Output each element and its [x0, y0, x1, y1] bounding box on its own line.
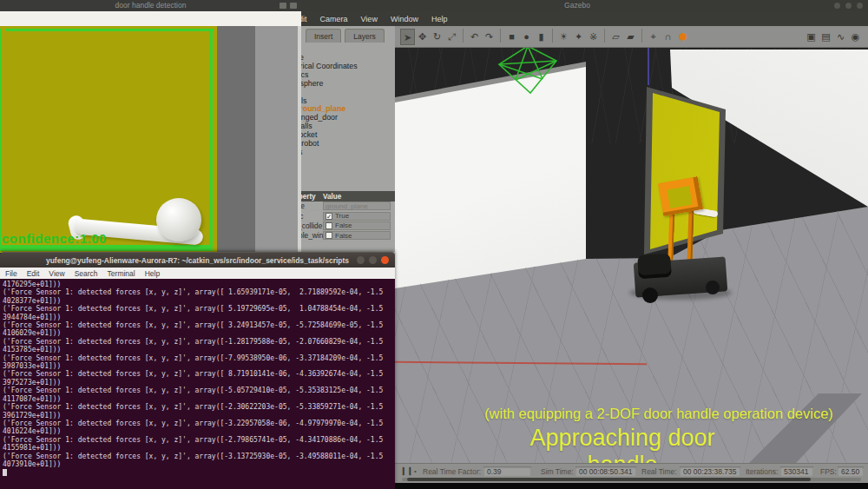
maximize-icon[interactable] [845, 3, 852, 9]
scale-icon[interactable]: ⤢ [444, 29, 459, 45]
gazebo-panel-tabs: InsertLayers [306, 29, 385, 43]
toolbar-separator [500, 29, 501, 43]
terminal-line: 4117087e+01])) [3, 395, 395, 403]
terminal-output[interactable]: 4176295e+01]))('Force Sensor 1: detected… [0, 279, 395, 489]
terminal-line: 4106029e+01])) [3, 329, 395, 337]
toolbar-separator [604, 29, 605, 43]
sim-time-label: Sim Time: [541, 467, 574, 476]
property-value: ground_plane [323, 202, 391, 210]
terminal-menu-help[interactable]: Help [145, 269, 160, 278]
terminal-line: 3961729e+01])) [3, 412, 395, 420]
pause-button[interactable]: ❙❙ [400, 466, 413, 475]
camera-wall-highlight [298, 26, 301, 253]
checkbox-icon[interactable] [326, 222, 332, 229]
overlay-caption-device: (with equipping a 2-DOF door handle oper… [480, 406, 838, 422]
joint-icon[interactable]: ⬢ [675, 29, 690, 45]
close-icon[interactable] [857, 3, 863, 9]
camera-window-title: door handle detection [115, 1, 187, 10]
terminal-line: 4155981e+01])) [3, 444, 395, 452]
point-light-icon[interactable]: ☀ [556, 29, 571, 45]
real-time-value: 00 00:23:38.735 [680, 466, 740, 476]
checkbox-icon[interactable] [326, 232, 332, 239]
terminal-line: 4073910e+01])) [3, 460, 395, 468]
screenshot-icon[interactable]: ▣ [804, 29, 819, 45]
close-icon[interactable] [290, 3, 297, 9]
plot-icon[interactable]: ∿ [833, 29, 848, 45]
record-icon[interactable]: ◉ [848, 29, 863, 45]
terminal-line: 3987033e+01])) [3, 362, 395, 370]
fps-value: 62.50 [838, 466, 864, 476]
tab-layers[interactable]: Layers [345, 29, 385, 43]
property-value: False [323, 221, 391, 230]
minimize-icon[interactable] [279, 3, 286, 9]
mobile-robot[interactable] [629, 178, 742, 313]
rtf-label: Real Time Factor: [423, 467, 481, 476]
camera-window-titlebar[interactable]: door handle detection [0, 0, 301, 11]
statusbar-scroll-track [402, 478, 861, 481]
redo-icon[interactable]: ↷ [482, 29, 496, 45]
gazebo-window-title: Gazebo [564, 1, 590, 10]
terminal-menu-file[interactable]: File [5, 269, 17, 278]
terminal-menu-terminal[interactable]: Terminal [108, 269, 135, 278]
minimize-icon[interactable] [357, 256, 365, 264]
snap-icon[interactable]: ∩ [661, 29, 675, 45]
select-cursor-icon[interactable]: ➤ [400, 29, 415, 45]
property-value: ✓True [323, 212, 391, 221]
gazebo-3d-viewport[interactable]: (with equipping a 2-DOF door handle oper… [395, 48, 868, 463]
menu-item-help[interactable]: Help [431, 15, 448, 23]
menu-item-window[interactable]: Window [391, 15, 418, 23]
statusbar-scroll-thumb[interactable] [407, 478, 811, 481]
close-icon[interactable] [381, 256, 389, 264]
door-handle-detection-window: door handle detection confidence:1.00 [0, 0, 301, 253]
robot-wheel-left [642, 287, 658, 303]
log-icon[interactable]: ▤ [819, 29, 833, 45]
terminal-line: ('Force Sensor 1: detected forces [x, y,… [3, 387, 395, 394]
point-light-wireframe[interactable] [492, 48, 563, 96]
translate-icon[interactable]: ✥ [415, 29, 430, 45]
directional-light-icon[interactable]: ※ [586, 29, 601, 45]
sphere-icon[interactable]: ● [519, 29, 534, 45]
detection-bbox-bottom [0, 245, 213, 251]
terminal-menu-view[interactable]: View [49, 269, 64, 278]
terminal-line: 3975273e+01])) [3, 379, 395, 387]
terminal-menu-search[interactable]: Search [75, 269, 98, 278]
cylinder-icon[interactable]: ▮ [534, 29, 549, 45]
terminal-titlebar[interactable]: yufeng@yufeng-Alienware-Aurora-R7: ~/cat… [0, 252, 395, 268]
detection-bbox-top [5, 29, 214, 31]
maximize-icon[interactable] [369, 256, 377, 264]
paste-icon[interactable]: ▰ [623, 29, 638, 45]
desktop: Gazebo EditCameraViewWindowHelp InsertLa… [0, 0, 868, 489]
terminal-title: yufeng@yufeng-Alienware-Aurora-R7: ~/cat… [46, 256, 349, 265]
terminal-window-controls [357, 256, 389, 264]
terminal-menu-edit[interactable]: Edit [27, 269, 40, 278]
align-icon[interactable]: ⌖ [646, 29, 661, 45]
confidence-label: confidence:1.00 [2, 231, 107, 246]
undo-icon[interactable]: ↶ [467, 29, 482, 45]
terminal-line: ('Force Sensor 1: detected forces [x, y,… [3, 305, 395, 313]
terminal-prompt [3, 468, 395, 476]
detection-bbox-right [209, 29, 213, 248]
terminal-line: ('Force Sensor 1: detected forces [x, y,… [3, 436, 395, 444]
menu-item-view[interactable]: View [361, 15, 378, 23]
gazebo-titlebar[interactable]: Gazebo [286, 0, 868, 11]
terminal-menubar: FileEditViewSearchTerminalHelp [0, 268, 395, 279]
copy-icon[interactable]: ▱ [608, 29, 623, 45]
terminal-line: ('Force Sensor 1: detected forces [x, y,… [3, 370, 395, 378]
terminal-line: ('Force Sensor 1: detected forces [x, y,… [3, 354, 395, 362]
step-button[interactable]: • [414, 467, 417, 475]
terminal-line: ('Force Sensor 1: detected forces [x, y,… [3, 420, 395, 427]
spot-light-icon[interactable]: ✦ [571, 29, 586, 45]
minimize-icon[interactable] [834, 3, 840, 9]
rotate-icon[interactable]: ↻ [430, 29, 444, 45]
z-axis-line [648, 48, 649, 85]
gazebo-window-controls [834, 3, 863, 9]
property-value-text: True [335, 212, 349, 220]
terminal-line: 4028377e+01])) [3, 297, 395, 305]
tab-insert[interactable]: Insert [306, 29, 341, 43]
checkbox-icon[interactable]: ✓ [326, 213, 332, 220]
menu-item-camera[interactable]: Camera [320, 15, 348, 23]
box-icon[interactable]: ■ [504, 29, 519, 45]
value-column-header: Value [323, 193, 341, 201]
terminal-cursor [3, 469, 7, 476]
property-value-text: False [335, 232, 352, 240]
